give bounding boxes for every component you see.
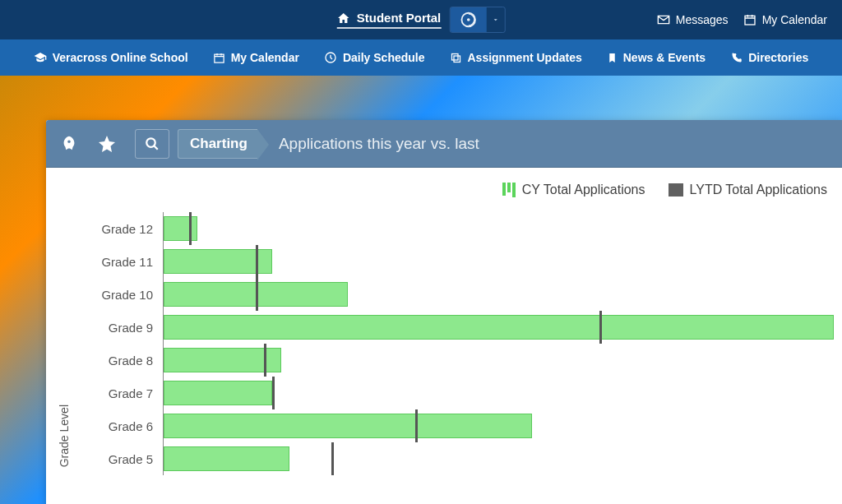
svg-point-7 <box>146 138 155 147</box>
star-button[interactable] <box>92 129 122 159</box>
chart-row: Grade 7 <box>71 377 834 409</box>
phone-icon <box>730 52 743 64</box>
messages-label: Messages <box>676 13 729 26</box>
nav-label: Directories <box>748 51 808 64</box>
chart-rows: Grade 12Grade 11Grade 10Grade 9Grade 8Gr… <box>71 212 834 475</box>
legend-label: CY Total Applications <box>522 183 645 197</box>
bookmark-icon <box>607 52 618 64</box>
student-portal-link[interactable]: Student Portal <box>337 11 442 29</box>
row-label: Grade 5 <box>71 452 163 466</box>
grad-cap-icon <box>34 51 47 64</box>
row-label: Grade 12 <box>71 222 163 236</box>
chart-row: Grade 6 <box>71 409 834 442</box>
top-header: Student Portal Messages My Calendar <box>0 0 842 39</box>
nav-daily-schedule[interactable]: Daily Schedule <box>324 51 425 64</box>
marker-lytd[interactable] <box>256 278 258 311</box>
row-track <box>163 409 834 442</box>
row-label: Grade 8 <box>71 354 163 368</box>
my-calendar-top-link[interactable]: My Calendar <box>743 13 827 26</box>
svg-rect-2 <box>745 16 755 25</box>
bar-cy[interactable] <box>164 414 532 438</box>
svg-rect-6 <box>451 53 458 60</box>
nav-label: Daily Schedule <box>343 51 425 64</box>
bar-cy[interactable] <box>164 446 289 471</box>
legend-label: LYTD Total Applications <box>690 183 828 197</box>
calendar-icon <box>743 13 756 26</box>
nav-news-events[interactable]: News & Events <box>607 51 706 64</box>
chart-row: Grade 8 <box>71 344 834 377</box>
svg-rect-5 <box>454 56 460 62</box>
my-calendar-label: My Calendar <box>762 13 827 26</box>
marker-lytd[interactable] <box>189 212 192 245</box>
home-icon <box>337 12 350 25</box>
school-logo <box>450 7 486 33</box>
legend-item-lytd[interactable]: LYTD Total Applications <box>669 183 828 197</box>
rocket-button[interactable] <box>54 129 84 159</box>
nav-assignment-updates[interactable]: Assignment Updates <box>450 51 582 64</box>
nav-label: Assignment Updates <box>468 51 582 64</box>
square-swatch-icon <box>669 183 683 197</box>
svg-rect-3 <box>215 54 224 62</box>
marker-lytd[interactable] <box>264 344 266 377</box>
nav-veracross-online-school[interactable]: Veracross Online School <box>34 51 188 64</box>
bar-cy[interactable] <box>164 315 834 340</box>
clock-icon <box>324 51 337 64</box>
row-label: Grade 6 <box>71 419 163 433</box>
chart-row: Grade 12 <box>71 212 834 245</box>
marker-lytd[interactable] <box>415 409 418 442</box>
row-label: Grade 11 <box>71 255 163 269</box>
chart-area: CY Total Applications LYTD Total Applica… <box>46 168 842 483</box>
nav-my-calendar[interactable]: My Calendar <box>213 51 299 64</box>
bar-cy[interactable] <box>164 216 197 241</box>
chevron-down-icon <box>486 7 504 33</box>
copy-icon <box>450 52 462 64</box>
nav-bar: Veracross Online School My Calendar Dail… <box>0 39 842 76</box>
row-track <box>163 245 834 278</box>
nav-directories[interactable]: Directories <box>730 51 808 64</box>
y-axis-label: Grade Level <box>54 405 71 467</box>
panel-header: Charting Applications this year vs. last <box>46 120 842 168</box>
chart-legend: CY Total Applications LYTD Total Applica… <box>54 183 834 197</box>
marker-lytd[interactable] <box>331 442 334 475</box>
mail-icon <box>657 13 670 26</box>
marker-lytd[interactable] <box>272 377 275 409</box>
bar-cy[interactable] <box>164 381 272 405</box>
nav-label: News & Events <box>623 51 706 64</box>
nav-label: Veracross Online School <box>53 51 188 64</box>
messages-link[interactable]: Messages <box>657 13 729 26</box>
row-track <box>163 344 834 377</box>
chart-row: Grade 5 <box>71 442 834 475</box>
bar-swatch-icon <box>502 183 516 197</box>
row-track <box>163 442 834 475</box>
legend-item-cy[interactable]: CY Total Applications <box>502 183 645 197</box>
marker-lytd[interactable] <box>256 245 258 278</box>
row-track <box>163 311 834 344</box>
row-label: Grade 10 <box>71 288 163 302</box>
row-track <box>163 278 834 311</box>
chart-row: Grade 11 <box>71 245 834 278</box>
calendar-icon <box>213 52 225 64</box>
row-label: Grade 9 <box>71 321 163 335</box>
report-title: Applications this year vs. last <box>279 135 479 153</box>
chart-row: Grade 9 <box>71 311 834 344</box>
marker-lytd[interactable] <box>599 311 602 344</box>
chart-row: Grade 10 <box>71 278 834 311</box>
bar-cy[interactable] <box>164 348 281 372</box>
report-panel: Charting Applications this year vs. last… <box>46 120 842 504</box>
row-label: Grade 7 <box>71 386 163 400</box>
school-selector[interactable] <box>449 7 505 33</box>
nav-label: My Calendar <box>231 51 299 64</box>
svg-point-1 <box>466 18 470 21</box>
portal-label: Student Portal <box>357 11 442 25</box>
breadcrumb: Charting Applications this year vs. last <box>178 129 479 159</box>
search-button[interactable] <box>135 129 169 159</box>
breadcrumb-root[interactable]: Charting <box>178 129 257 159</box>
row-track <box>163 377 834 409</box>
row-track <box>163 212 834 245</box>
